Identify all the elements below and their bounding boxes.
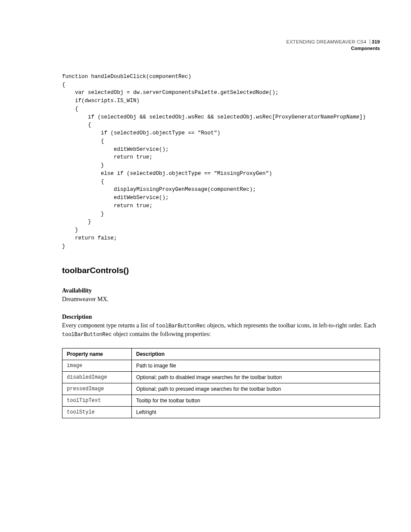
header-section: Components xyxy=(62,45,380,52)
description-text: Every component type returns a list of t… xyxy=(62,321,380,339)
table-cell-desc: Path to image file xyxy=(132,360,380,372)
table-row: toolTipText Tooltip for the toolbar butt… xyxy=(62,395,380,407)
header-page-number: 319 xyxy=(370,39,380,44)
table-cell-desc: Optional; path to pressed image searches… xyxy=(132,383,380,395)
availability-text: Dreamweaver MX. xyxy=(62,295,380,304)
table-cell-prop: pressedImage xyxy=(62,383,132,395)
availability-heading: Availability xyxy=(62,287,380,294)
table-row: image Path to image file xyxy=(62,360,380,372)
table-cell-prop: disabledImage xyxy=(62,372,132,383)
table-cell-prop: toolStyle xyxy=(62,407,132,418)
header-doc-title-line: EXTENDING DREAMWEAVER CS4 319 xyxy=(62,39,380,45)
description-text-mid: objects, which represents the toolbar ic… xyxy=(206,322,376,329)
page-container: EXTENDING DREAMWEAVER CS4 319 Components… xyxy=(0,0,411,444)
description-heading: Description xyxy=(62,314,380,320)
code-example: function handleDoubleClick(componentRec)… xyxy=(62,73,380,251)
table-row: disabledImage Optional; path to disabled… xyxy=(62,372,380,383)
table-cell-desc: Optional; path to disabled image searche… xyxy=(132,372,380,383)
description-text-pre: Every component type returns a list of xyxy=(62,322,156,329)
header-doc-title: EXTENDING DREAMWEAVER CS4 xyxy=(286,39,367,44)
inline-code-2: toolBarButtonRec xyxy=(62,332,112,338)
table-cell-desc: Left/right xyxy=(132,407,380,418)
table-cell-prop: image xyxy=(62,360,132,372)
table-header-description: Description xyxy=(132,348,380,360)
page-header: EXTENDING DREAMWEAVER CS4 319 Components xyxy=(62,39,380,52)
table-row: toolStyle Left/right xyxy=(62,407,380,418)
table-row: pressedImage Optional; path to pressed i… xyxy=(62,383,380,395)
table-cell-prop: toolTipText xyxy=(62,395,132,407)
section-title: toolbarControls() xyxy=(62,266,380,275)
table-cell-desc: Tooltip for the toolbar button xyxy=(132,395,380,407)
properties-table: Property name Description image Path to … xyxy=(62,348,380,418)
description-text-post: object contains the following properties… xyxy=(112,331,211,337)
table-header-property: Property name xyxy=(62,348,132,360)
table-header-row: Property name Description xyxy=(62,348,380,360)
inline-code-1: toolBarButtonRec xyxy=(156,323,206,329)
